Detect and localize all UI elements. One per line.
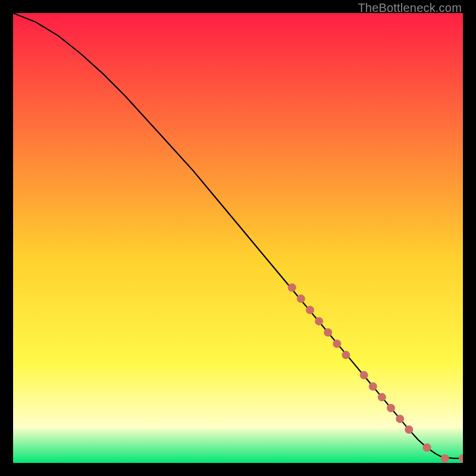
watermark-text: TheBottleneck.com bbox=[358, 1, 462, 15]
highlight-dot bbox=[405, 425, 413, 434]
highlight-dot bbox=[378, 393, 386, 402]
highlight-dot bbox=[288, 283, 296, 292]
highlight-dot bbox=[315, 317, 323, 325]
highlight-dot bbox=[369, 383, 377, 391]
highlight-dot bbox=[306, 306, 314, 314]
highlight-dot bbox=[423, 443, 431, 452]
highlight-dot bbox=[333, 340, 341, 348]
highlight-dot bbox=[297, 295, 305, 303]
highlight-dot bbox=[387, 404, 395, 412]
highlight-dot bbox=[441, 454, 449, 462]
highlight-dot bbox=[342, 351, 350, 359]
gradient-background bbox=[13, 13, 463, 463]
chart-svg bbox=[13, 13, 463, 463]
highlight-dot bbox=[396, 415, 404, 423]
highlight-dot bbox=[360, 371, 368, 380]
chart-frame bbox=[13, 13, 463, 463]
highlight-dot bbox=[324, 328, 332, 337]
